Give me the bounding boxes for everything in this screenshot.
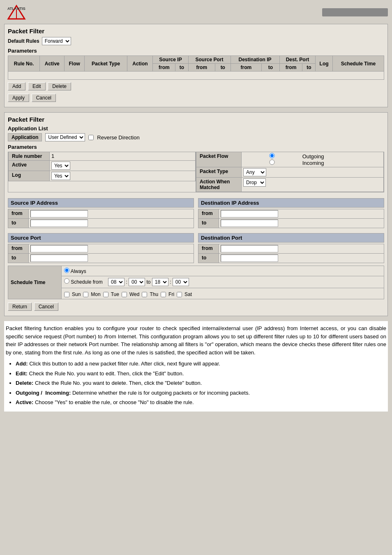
packet-flow-label: Packet Flow <box>196 152 242 167</box>
rule-number-row: Rule number 1 <box>8 152 196 161</box>
th-active: Active <box>40 56 65 72</box>
packet-filter-title-2: Packet Filter <box>8 116 384 123</box>
default-rules-select[interactable]: Forward Drop <box>42 37 71 45</box>
schedule-from-radio[interactable] <box>64 278 69 284</box>
packet-type-row: Packet Type Any TCP UDP ICMP <box>196 167 384 178</box>
packet-type-select[interactable]: Any TCP UDP ICMP <box>243 168 266 176</box>
th-rule-no: Rule No. <box>8 56 40 72</box>
cancel-button-1[interactable]: Cancel <box>32 94 56 102</box>
dest-ip-from-input[interactable] <box>221 210 278 217</box>
sun-checkbox[interactable] <box>64 292 69 297</box>
th-src-ip-to: to <box>175 64 188 72</box>
list-item-outgoing-incoming: Outgoing / Incoming: Determine whether t… <box>16 389 386 397</box>
th-destination-ip: Destination IP <box>231 56 279 64</box>
dest-port-from-input[interactable] <box>221 245 278 252</box>
packet-filter-section-2: Packet Filter Application List Applicati… <box>4 112 388 316</box>
dest-ip-to-label: to <box>198 219 219 228</box>
application-select[interactable]: User Defined <box>45 133 85 141</box>
packet-filter-table-1: Rule No. Active Flow Packet Type Action … <box>8 56 384 80</box>
source-port-to-value <box>29 254 194 263</box>
tue-checkbox[interactable] <box>103 292 108 297</box>
log-select[interactable]: Yes No <box>51 172 70 180</box>
active-select[interactable]: Yes No <box>51 162 70 170</box>
source-port-to-input[interactable] <box>30 254 88 262</box>
edit-button[interactable]: Edit <box>28 82 46 90</box>
active-text: Choose "Yes" to enable the rule, or choo… <box>35 399 194 405</box>
add-text: Click this button to add a new packet fi… <box>29 361 220 367</box>
th-schedule-time: Schedule Time <box>332 56 384 72</box>
mon-checkbox[interactable] <box>83 292 88 297</box>
packet-flow-value: Outgoing Incoming <box>242 152 383 167</box>
source-port-from-label: from <box>8 244 29 253</box>
delete-text: Check the Rule No. you want to delete. T… <box>35 380 202 386</box>
packet-filter-title-1: Packet Filter <box>8 28 384 35</box>
schedule-min-to-select[interactable]: 00153045 <box>173 278 189 286</box>
source-ip-to-label: to <box>8 219 29 228</box>
th-log: Log <box>316 56 332 72</box>
sat-checkbox[interactable] <box>177 292 182 297</box>
default-rules-row: Default Rules Forward Drop <box>8 37 384 45</box>
source-port-header: Source Port <box>8 233 194 243</box>
thu-checkbox[interactable] <box>142 292 147 297</box>
th-dst-ip-to: to <box>262 64 279 72</box>
action-matched-row: Action When Matched Drop Allow <box>196 177 384 192</box>
edit-term: Edit: <box>16 370 28 377</box>
source-port-from-input[interactable] <box>30 245 88 252</box>
description-list: Add: Click this button to add a new pack… <box>16 360 386 407</box>
sun-label: Sun <box>72 291 81 297</box>
log-label: Log <box>9 171 50 181</box>
schedule-hour-to-select[interactable]: 18 0001020304 0506070809 1011121314 1516… <box>152 278 168 286</box>
outgoing-radio[interactable] <box>243 153 301 158</box>
cancel-button-2[interactable]: Cancel <box>34 303 58 311</box>
packet-type-value: Any TCP UDP ICMP <box>242 167 383 177</box>
top-bar-decoration <box>322 8 388 16</box>
outgoing-label: Outgoing <box>302 153 324 160</box>
dest-port-to-label: to <box>198 254 219 263</box>
wed-checkbox[interactable] <box>122 292 127 297</box>
source-ip-to-value <box>29 219 194 228</box>
th-dst-port-from: from <box>279 64 302 72</box>
source-ip-from-row: from <box>8 209 194 219</box>
source-ip-from-input[interactable] <box>30 210 88 217</box>
action-select[interactable]: Drop Allow <box>243 178 266 187</box>
active-row: Active Yes No <box>8 160 196 171</box>
atlantis-logo-icon: ATLANTIS <box>4 4 29 21</box>
dest-port-from-label: from <box>198 244 219 253</box>
header: ATLANTIS <box>4 4 388 21</box>
add-button[interactable]: Add <box>8 82 25 90</box>
always-radio[interactable] <box>64 268 69 273</box>
delete-term: Delete: <box>16 380 33 386</box>
reverse-direction-checkbox[interactable] <box>88 135 94 140</box>
return-button[interactable]: Return <box>8 303 32 311</box>
application-label: Application <box>8 133 42 141</box>
dest-ip-to-input[interactable] <box>221 220 278 227</box>
source-ip-from-label: from <box>8 209 29 218</box>
schedule-from-row: Schedule from 08 0001020304 0506070910 1… <box>62 276 384 288</box>
th-src-ip-from: from <box>153 64 175 72</box>
source-ip-to-input[interactable] <box>30 220 88 227</box>
schedule-from-label: Schedule from <box>71 279 102 285</box>
dest-ip-from-label: from <box>198 209 219 218</box>
active-value-cell: Yes No <box>50 161 195 171</box>
log-row: Log Yes No <box>8 171 196 181</box>
fri-checkbox[interactable] <box>161 292 166 297</box>
schedule-time-table: Schedule Time Always Schedule from 08 00… <box>8 266 384 299</box>
source-ip-to-row: to <box>8 218 194 228</box>
schedule-hour-from-select[interactable]: 08 0001020304 0506070910 1112131415 1617… <box>108 278 125 286</box>
application-row: Application User Defined Reverse Directi… <box>8 133 384 141</box>
dest-port-to-input[interactable] <box>221 254 278 262</box>
apply-button[interactable]: Apply <box>8 94 29 102</box>
thu-label: Thu <box>150 291 158 297</box>
dest-ip-to-row: to <box>198 218 384 228</box>
schedule-min-from-select[interactable]: 00153045 <box>129 278 145 286</box>
incoming-radio[interactable] <box>243 160 301 165</box>
source-ip-header: Source IP Address <box>8 198 194 208</box>
dest-ip-header: Destination IP Address <box>198 198 384 208</box>
packet-flow-row: Packet Flow Outgoing Incoming <box>196 152 384 167</box>
dest-ip-from-value <box>219 209 384 218</box>
th-dst-ip-from: from <box>231 64 262 72</box>
delete-button[interactable]: Delete <box>48 82 71 90</box>
add-term: Add: <box>16 361 28 367</box>
mon-label: Mon <box>91 291 100 297</box>
app-list-label: Application List <box>8 125 384 132</box>
